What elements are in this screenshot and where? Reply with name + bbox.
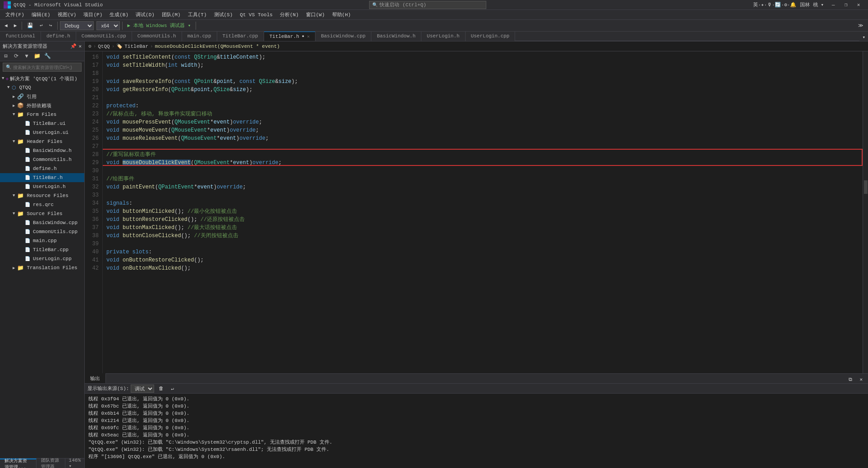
run-button[interactable]: ▶ 本地 Windows 调试器 ▾: [125, 21, 194, 30]
sidebar-header: 解决方案资源管理器 📌 ✕: [0, 41, 84, 51]
sidebar-tab-solution[interactable]: 解决方案资源管理...: [0, 459, 37, 468]
tab-basicwindow-h[interactable]: BasicWindow.h: [371, 32, 421, 41]
search-icon: 🔍: [372, 2, 378, 8]
tree-titlebar-ui[interactable]: 📄 TitleBar.ui: [0, 119, 84, 128]
code-line-33: [106, 191, 859, 199]
menu-window[interactable]: 窗口(W): [302, 10, 329, 20]
titlebar-h-label: TitleBar.h: [33, 175, 63, 180]
menu-analyze[interactable]: 分析(N): [276, 10, 302, 20]
main-toolbar: ◀ ▶ 💾 ↩ ↪ Debug Release x64 x86 ▶ 本地 Win…: [0, 20, 868, 32]
platform-dropdown[interactable]: x64 x86: [96, 21, 120, 30]
sidebar-tab-team[interactable]: 团队资源管理器: [37, 459, 65, 468]
menu-help[interactable]: 帮助(H): [329, 10, 355, 20]
config-dropdown[interactable]: Debug Release: [60, 21, 94, 30]
tab-main-cpp[interactable]: main.cpp: [182, 32, 217, 41]
tree-solution[interactable]: ▼ ◈ 解决方案 'QtQQ'(1 个项目): [0, 74, 84, 83]
menu-qt-tools[interactable]: Qt VS Tools: [236, 10, 276, 20]
menu-tools[interactable]: 工具(T): [184, 10, 210, 20]
tree-define-h[interactable]: 📄 define.h: [0, 164, 84, 173]
code-editor[interactable]: void setTitleContent(const QString&title…: [103, 51, 863, 373]
restore-button[interactable]: ❐: [840, 1, 852, 9]
app-body: functional define.h CommonUtils.cpp Comm…: [0, 32, 868, 468]
menu-file[interactable]: 文件(F): [2, 10, 28, 20]
output-line: 线程 0x6b14 已退出, 返回值为 0 (0x0).: [88, 410, 864, 417]
titlebar-cpp-label: TitleBar.cpp: [33, 247, 69, 252]
refresh-btn[interactable]: ⟳: [11, 52, 21, 61]
toolbar-redo[interactable]: ↪: [46, 22, 55, 29]
sidebar-pin[interactable]: 📌: [70, 43, 77, 49]
tree-resource-files[interactable]: ▼ 📁 Resource Files: [0, 191, 84, 200]
collapse-all-btn[interactable]: ⊟: [1, 52, 11, 61]
userlogin-ui-label: UserLogin.ui: [33, 130, 69, 135]
tree-header-files[interactable]: ▼ 📁 Header Files: [0, 137, 84, 146]
filter-btn[interactable]: ▼: [22, 52, 32, 61]
menu-team[interactable]: 团队(M): [158, 10, 184, 20]
menu-test[interactable]: 测试(S): [210, 10, 237, 20]
tab-titlebar-h[interactable]: TitleBar.h ● ✕: [264, 32, 315, 41]
panel-undock[interactable]: ⧉: [846, 376, 855, 383]
tree-titlebar-h[interactable]: 📄 TitleBar.h: [0, 173, 84, 182]
zoom-dropdown-icon[interactable]: ▾: [69, 463, 72, 468]
output-line: 线程 0x1214 已退出, 返回值为 0 (0x0).: [88, 417, 864, 424]
toolbar-back[interactable]: ◀: [2, 22, 10, 29]
main-cpp-label: main.cpp: [33, 238, 57, 243]
show-files-btn[interactable]: 📁: [32, 52, 42, 61]
tree-main-cpp[interactable]: 📄 main.cpp: [0, 236, 84, 245]
editor-area: ⚙ › QtQQ › 🏷️ TitleBar › mouseDoubleClic…: [85, 41, 868, 468]
title-bar: QtQQ - Microsoft Visual Studio 🔍 快速启动 (C…: [0, 0, 868, 10]
tab-basicwindow-cpp[interactable]: BasicWindow.cpp: [315, 32, 371, 41]
tab-overflow[interactable]: ▾: [859, 33, 868, 41]
close-button[interactable]: ✕: [853, 1, 864, 9]
tab-close-icon[interactable]: ✕: [307, 34, 310, 39]
sidebar-search-input[interactable]: [13, 65, 78, 70]
code-container: 1617181920212223242526272829303132333435…: [85, 51, 868, 373]
tab-userlogin-cpp[interactable]: UserLogin.cpp: [466, 32, 516, 41]
tree-titlebar-cpp[interactable]: 📄 TitleBar.cpp: [0, 245, 84, 254]
toolbar-save[interactable]: 💾: [24, 22, 36, 29]
tree-qtqq[interactable]: ▼ ⬡ QTQQ: [0, 83, 84, 92]
tab-userlogin-h[interactable]: UserLogin.h: [421, 32, 466, 41]
tree-userlogin-cpp[interactable]: 📄 UserLogin.cpp: [0, 254, 84, 263]
tree-translation-files[interactable]: ▶ 📁 Translation Files: [0, 263, 84, 272]
zoom-level: 146% ▾: [65, 458, 84, 468]
modified-dot: ●: [302, 34, 304, 39]
tree-source-files[interactable]: ▼ 📁 Source Files: [0, 209, 84, 218]
tree-basicwindow-h[interactable]: 📄 BasicWindow.h: [0, 146, 84, 155]
output-tab[interactable]: 输出: [85, 373, 106, 383]
quick-search-placeholder[interactable]: 快速启动 (Ctrl+Q): [379, 1, 426, 8]
tree-form-files[interactable]: ▼ 📁 Form Files: [0, 110, 84, 119]
toolbar-forward[interactable]: ▶: [11, 22, 20, 29]
toolbar-undo[interactable]: ↩: [37, 22, 46, 29]
sidebar-close[interactable]: ✕: [78, 43, 82, 49]
tree-external[interactable]: ▶ 📦 外部依赖项: [0, 101, 84, 110]
menu-project[interactable]: 项目(P): [80, 10, 106, 20]
tab-titlebar-cpp[interactable]: TitleBar.cpp: [217, 32, 264, 41]
output-clear[interactable]: 🗑: [156, 385, 166, 392]
panel-close-btn[interactable]: ✕: [857, 376, 865, 383]
tree-commonutils-h[interactable]: 📄 CommonUtils.h: [0, 155, 84, 164]
menu-debug[interactable]: 调试(D): [132, 10, 158, 20]
output-wrap[interactable]: ↵: [168, 385, 177, 392]
translation-files-label: Translation Files: [27, 265, 77, 271]
tab-define-h[interactable]: define.h: [41, 32, 76, 41]
filter-dropdown[interactable]: 调试: [131, 385, 154, 393]
menu-view[interactable]: 视图(V): [54, 10, 80, 20]
tree-basicwindow-cpp[interactable]: 📄 BasicWindow.cpp: [0, 218, 84, 227]
basicwindow-h-label: BasicWindow.h: [33, 148, 72, 153]
tab-commonutils-h[interactable]: CommonUtils.h: [132, 32, 182, 41]
tab-commonutils-cpp[interactable]: CommonUtils.cpp: [76, 32, 132, 41]
tree-res-qrc[interactable]: 📄 res.qrc: [0, 200, 84, 209]
tree-commonutils-cpp[interactable]: 📄 CommonUtils.cpp: [0, 227, 84, 236]
qtqq-label: QTQQ: [19, 85, 31, 90]
properties-btn[interactable]: 🔧: [42, 52, 52, 61]
menu-build[interactable]: 生成(B): [106, 10, 132, 20]
tab-functional[interactable]: functional: [0, 32, 41, 41]
tab-bar: functional define.h CommonUtils.cpp Comm…: [0, 32, 868, 41]
tree-userlogin-h[interactable]: 📄 UserLogin.h: [0, 182, 84, 191]
minimize-button[interactable]: —: [827, 1, 839, 9]
tree-references[interactable]: ▶ 🔗 引用: [0, 92, 84, 101]
menu-edit[interactable]: 编辑(E): [28, 10, 54, 20]
toolbar-more[interactable]: ≫: [855, 22, 866, 29]
tree-userlogin-ui[interactable]: 📄 UserLogin.ui: [0, 128, 84, 137]
output-line: 线程 0x69fc 已退出, 返回值为 0 (0x0).: [88, 424, 864, 431]
